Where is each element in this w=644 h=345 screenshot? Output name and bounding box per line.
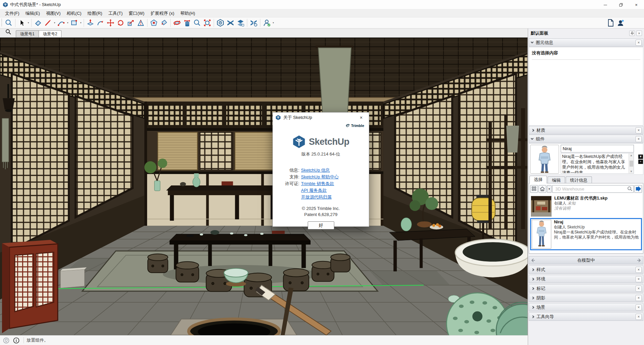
add-account-icon[interactable]: [616, 18, 626, 28]
tab-statistics[interactable]: 统计信息: [566, 176, 592, 183]
shadows-close-icon[interactable]: ×: [636, 295, 642, 301]
scene-tab-1[interactable]: 场景号1: [16, 30, 39, 37]
zoom-extents-icon[interactable]: [202, 18, 212, 28]
instructor-header[interactable]: 工具向导×: [529, 312, 643, 321]
menu-camera[interactable]: 相机(C): [63, 9, 84, 17]
about-close-icon[interactable]: ×: [356, 114, 366, 122]
scroll-thumb[interactable]: [630, 161, 633, 167]
view-options-icon[interactable]: [530, 185, 538, 193]
zoom-icon[interactable]: [192, 18, 202, 28]
menu-view[interactable]: 视图(V): [43, 9, 63, 17]
rotate-icon[interactable]: [116, 18, 126, 28]
maximize-restore-button[interactable]: [613, 0, 629, 9]
follow-me-icon[interactable]: [95, 18, 105, 28]
component-description-box[interactable]: Niraj是一名SketchUp客户成功经理。在业余时间，他喜欢与家人享受户外时…: [561, 153, 634, 174]
sales-terms-link[interactable]: Trimble 销售条款: [301, 181, 334, 186]
help-center-link[interactable]: SketchUp 帮助中心: [301, 174, 339, 180]
orbit-icon[interactable]: [172, 18, 182, 28]
materials-header[interactable]: 材质 ×: [529, 126, 643, 134]
search-icon[interactable]: [627, 186, 633, 191]
extension-icon-2[interactable]: [225, 18, 235, 28]
next-page-icon[interactable]: [634, 185, 642, 193]
viewport-3d-scene[interactable]: [0, 38, 528, 335]
menu-help[interactable]: 帮助(H): [177, 9, 198, 17]
pan-icon[interactable]: [182, 18, 192, 28]
instructor-close-icon[interactable]: ×: [636, 314, 642, 320]
scenes-close-icon[interactable]: ×: [636, 304, 642, 310]
list-item-selected[interactable]: Niraj 创建人 SketchUp Niraj是一名SketchUp客户成功经…: [530, 218, 642, 250]
menu-draw[interactable]: 绘图(R): [84, 9, 105, 17]
warehouse-search-input[interactable]: [555, 186, 627, 192]
scene-tab-2[interactable]: 场景号2: [39, 30, 62, 37]
styles-header[interactable]: 样式×: [529, 265, 643, 274]
close-button[interactable]: ×: [629, 0, 644, 9]
materials-close-icon[interactable]: ×: [636, 127, 642, 133]
line-caret-icon[interactable]: ▾: [53, 21, 56, 24]
open-source-link[interactable]: 开放源代码归属: [301, 194, 332, 200]
back-arrow-icon[interactable]: [531, 258, 535, 263]
tags-header[interactable]: 标记×: [529, 284, 643, 293]
collections-caret-icon[interactable]: ▼: [547, 185, 552, 193]
menu-window[interactable]: 窗口(W): [126, 9, 147, 17]
tab-edit[interactable]: 编辑: [548, 176, 565, 183]
eraser-icon[interactable]: [33, 18, 43, 28]
scene-search-icon[interactable]: [5, 29, 11, 36]
about-dialog-title-bar[interactable]: 关于 SketchUp ×: [273, 113, 369, 123]
api-terms-link[interactable]: API 服务条款: [301, 187, 327, 193]
component-name-input[interactable]: [561, 145, 634, 153]
forward-arrow-icon[interactable]: [637, 258, 641, 263]
description-scrollbar[interactable]: ▲ ▼: [629, 154, 634, 173]
home-icon[interactable]: [539, 185, 546, 193]
environment-close-icon[interactable]: ×: [636, 276, 642, 282]
environment-header[interactable]: 环境×: [529, 275, 643, 283]
arc-caret-icon[interactable]: ▾: [66, 21, 69, 24]
move-icon[interactable]: [105, 18, 116, 28]
scenes-header[interactable]: 场景×: [529, 303, 643, 311]
toolbar-grip[interactable]: [1, 19, 3, 27]
account-icon[interactable]: [262, 18, 272, 28]
menu-extensions[interactable]: 扩展程序 (x): [147, 9, 177, 17]
tape-measure-icon[interactable]: [136, 18, 146, 28]
menu-tools[interactable]: 工具(T): [105, 9, 126, 17]
push-pull-icon[interactable]: [85, 18, 95, 28]
sketchup-info-link[interactable]: SketchUp 信息: [301, 167, 330, 173]
rectangle-caret-icon[interactable]: ▾: [79, 21, 82, 24]
pane-toggle-icon[interactable]: ▼: [638, 155, 643, 159]
tags-close-icon[interactable]: ×: [636, 286, 642, 292]
position-camera-icon[interactable]: [149, 18, 159, 28]
tab-select[interactable]: 选择: [529, 176, 547, 183]
chevron-right-icon: [531, 287, 534, 290]
arc-icon[interactable]: [56, 18, 66, 28]
entity-info-close-icon[interactable]: ×: [636, 40, 642, 46]
scale-icon[interactable]: [126, 18, 136, 28]
extension-icon-1[interactable]: [215, 18, 225, 28]
geolocation-icon[interactable]: [2, 336, 10, 344]
new-file-icon[interactable]: [606, 18, 616, 28]
panel-pin-icon[interactable]: [629, 31, 635, 36]
components-close-icon[interactable]: ×: [636, 136, 642, 142]
line-icon[interactable]: [43, 18, 53, 28]
account-caret-icon[interactable]: ▾: [272, 21, 275, 24]
rectangle-icon[interactable]: [69, 18, 79, 28]
components-header[interactable]: 组件 ×: [529, 135, 643, 143]
scroll-down-icon[interactable]: ▼: [630, 170, 633, 173]
instructor-info-icon[interactable]: [12, 336, 20, 344]
shadows-header[interactable]: 阴影×: [529, 294, 643, 302]
select-icon[interactable]: [17, 18, 27, 28]
extension-icon-4[interactable]: [249, 18, 259, 28]
menu-edit[interactable]: 编辑(E): [23, 9, 43, 17]
search-icon[interactable]: [4, 18, 14, 28]
ok-button[interactable]: 好: [308, 221, 334, 229]
select-caret-icon[interactable]: ▾: [27, 21, 30, 24]
scroll-up-icon[interactable]: ▲: [630, 154, 633, 157]
list-item[interactable]: LEMU素材店 古代书房1.skp 创建人 未知 没有说明: [530, 195, 642, 218]
styles-close-icon[interactable]: ×: [636, 267, 642, 273]
extension-icon-3[interactable]: [235, 18, 246, 28]
paint-bucket-icon[interactable]: [159, 18, 169, 28]
minimize-button[interactable]: [598, 0, 613, 9]
entity-info-header[interactable]: 图元信息 ×: [529, 38, 643, 47]
component-thumbnail[interactable]: [530, 145, 559, 174]
menu-file[interactable]: 文件(F): [2, 9, 23, 17]
add-pane-icon[interactable]: +: [638, 160, 643, 164]
panel-close-icon[interactable]: ×: [636, 31, 642, 36]
